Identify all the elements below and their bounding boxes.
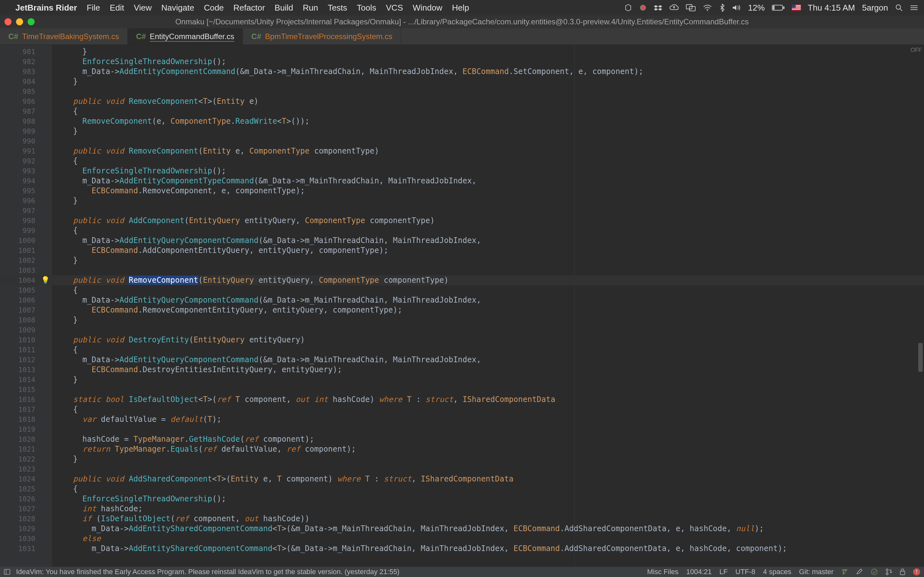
volume-icon[interactable] [732,4,741,11]
clock[interactable]: Thu 4:15 AM [808,3,855,13]
flag-icon[interactable] [792,5,801,11]
menu-tools[interactable]: Tools [357,3,376,13]
code-line[interactable]: public void DestroyEntity(EntityQuery en… [55,335,305,345]
code-line[interactable]: m_Data->AddEntitySharedComponentCommand<… [55,544,787,554]
error-badge-icon[interactable]: ! [913,568,920,575]
code-line[interactable]: public void RemoveComponent<T>(Entity e) [55,97,258,106]
menu-tests[interactable]: Tests [328,3,347,13]
code-line[interactable]: { [55,156,78,166]
code-line[interactable]: m_Data->AddEntityQueryComponentCommand(&… [55,295,481,305]
bluetooth-icon[interactable] [719,3,725,12]
pencil-icon[interactable] [856,568,863,575]
record-icon[interactable] [639,4,647,11]
tab-bpmtimetravelprocessingsystem[interactable]: C# BpmTimeTravelProcessingSystem.cs [243,28,401,45]
lock-icon[interactable] [900,568,905,575]
code-line[interactable]: ECBCommand.RemoveComponent, e, component… [55,186,305,196]
code-text[interactable]: } EnforceSingleThreadOwnership(); m_Data… [55,45,916,567]
menu-file[interactable]: File [87,3,100,13]
status-line-separator[interactable]: LF [719,568,728,576]
csharp-icon: C# [251,32,261,41]
code-line[interactable]: } [55,126,78,136]
code-line[interactable]: hashCode = TypeManager.GetHashCode(ref c… [55,434,314,444]
status-misc[interactable]: Misc Files [647,568,678,576]
code-line[interactable]: EnforceSingleThreadOwnership(); [55,166,226,176]
menu-code[interactable]: Code [204,3,224,13]
code-line[interactable]: m_Data->AddEntityQueryComponentCommand(&… [55,235,481,245]
toolwindow-icon[interactable] [4,569,10,575]
code-line[interactable]: m_Data->AddEntityQueryComponentCommand(&… [55,355,481,365]
menu-view[interactable]: View [134,3,152,13]
code-line[interactable]: { [55,405,78,414]
tab-timetravelbakingsystem[interactable]: C# TimeTravelBakingSystem.cs [0,28,128,45]
spotlight-icon[interactable] [895,4,903,11]
code-line[interactable]: public void AddSharedComponent<T>(Entity… [55,474,514,484]
status-encoding[interactable]: UTF-8 [735,568,755,576]
code-line[interactable]: ECBCommand.RemoveComponentEntityQuery, e… [55,305,402,315]
close-window-button[interactable] [5,18,11,25]
battery-percent[interactable]: 12% [748,3,765,13]
scrollbar-thumb[interactable] [918,343,923,372]
code-line[interactable]: public void RemoveComponent(EntityQuery … [55,276,449,285]
intention-bulb-icon[interactable]: 💡 [41,276,49,284]
code-line[interactable]: RemoveComponent(e, ComponentType.ReadWri… [55,116,310,126]
code-line[interactable]: } [55,454,78,464]
code-line[interactable]: } [55,47,87,57]
maximize-window-button[interactable] [27,18,35,25]
code-line[interactable]: } [55,315,78,325]
menu-window[interactable]: Window [413,3,442,13]
code-line[interactable]: return TypeManager.Equals(ref defaultVal… [55,444,356,454]
code-line[interactable]: m_Data->AddEntityComponentCommand(&m_Dat… [55,67,643,77]
battery-icon[interactable] [772,5,785,11]
git-pull-icon[interactable] [885,568,892,575]
code-line[interactable]: } [55,255,78,266]
tab-entitycommandbuffer[interactable]: C# EntityCommandBuffer.cs [128,28,243,45]
code-line[interactable]: } [55,77,78,87]
cloud-sync-icon[interactable] [669,4,679,11]
control-center-icon[interactable] [910,5,918,11]
code-line[interactable]: { [55,106,78,116]
code-editor[interactable]: OFF } EnforceSingleThreadOwnership(); m_… [0,45,924,567]
vim-indicator-icon[interactable] [841,568,848,575]
code-line[interactable]: { [55,226,78,235]
build-ok-icon[interactable] [871,568,878,575]
menu-build[interactable]: Build [275,3,293,13]
menu-help[interactable]: Help [452,3,469,13]
code-line[interactable]: } [55,375,78,385]
code-line[interactable]: var defaultValue = default(T); [55,414,221,424]
code-line[interactable]: m_Data->AddEntityComponentTypeCommand(&m… [55,176,477,186]
menu-navigate[interactable]: Navigate [162,3,194,13]
line-number: 992 [0,156,35,166]
wifi-icon[interactable] [703,4,712,11]
code-line[interactable]: EnforceSingleThreadOwnership(); [55,494,226,504]
code-line[interactable]: } [55,196,78,206]
line-number: 1006 [0,295,35,305]
menu-vcs[interactable]: VCS [386,3,403,13]
code-line[interactable]: ECBCommand.AddComponentEntityQuery, enti… [55,245,388,255]
code-line[interactable]: { [55,285,78,295]
code-line[interactable]: static bool IsDefaultObject<T>(ref T com… [55,395,556,405]
code-line[interactable]: EnforceSingleThreadOwnership(); [55,57,226,67]
app-name[interactable]: JetBrains Rider [15,3,77,13]
menu-run[interactable]: Run [303,3,318,13]
menu-edit[interactable]: Edit [110,3,124,13]
scrollbar[interactable] [918,64,923,554]
minimize-window-button[interactable] [16,18,23,25]
dropbox-icon[interactable] [654,4,662,11]
username[interactable]: 5argon [862,3,888,13]
code-line[interactable]: if (IsDefaultObject(ref component, out h… [55,514,310,524]
code-line[interactable]: else [55,534,101,544]
code-line[interactable]: ECBCommand.DestroyEntitiesInEntityQuery,… [55,365,342,375]
menu-refactor[interactable]: Refactor [234,3,265,13]
status-indent[interactable]: 4 spaces [763,568,791,576]
unity-icon[interactable] [624,4,632,11]
svg-rect-11 [792,9,801,10]
code-line[interactable]: { [55,345,78,355]
screens-icon[interactable] [686,4,696,11]
code-line[interactable]: public void RemoveComponent(Entity e, Co… [55,146,379,156]
status-git-branch[interactable]: Git: master [799,568,834,576]
code-line[interactable]: public void AddComponent(EntityQuery ent… [55,216,435,226]
status-caret-position[interactable]: 1004:21 [686,568,712,576]
code-line[interactable]: { [55,484,78,494]
code-line[interactable]: int hashCode; [55,504,143,514]
code-line[interactable]: m_Data->AddEntitySharedComponentCommand<… [55,524,764,534]
